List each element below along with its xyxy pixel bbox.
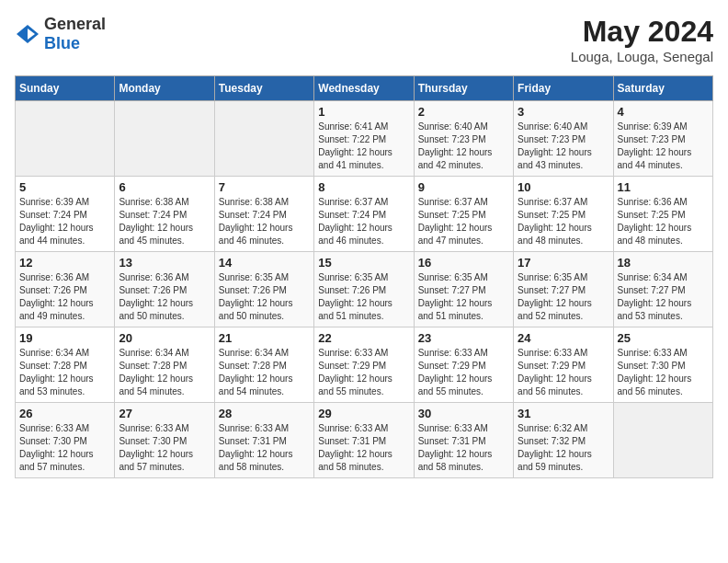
day-cell: 8Sunrise: 6:37 AM Sunset: 7:24 PM Daylig… <box>314 177 414 252</box>
day-info: Sunrise: 6:36 AM Sunset: 7:25 PM Dayligh… <box>618 196 709 247</box>
col-header-thursday: Thursday <box>414 76 513 101</box>
day-cell: 23Sunrise: 6:33 AM Sunset: 7:29 PM Dayli… <box>414 327 513 403</box>
day-number: 2 <box>418 105 509 119</box>
day-info: Sunrise: 6:33 AM Sunset: 7:31 PM Dayligh… <box>318 422 409 474</box>
day-info: Sunrise: 6:33 AM Sunset: 7:30 PM Dayligh… <box>19 422 110 474</box>
week-row-4: 19Sunrise: 6:34 AM Sunset: 7:28 PM Dayli… <box>16 327 713 403</box>
day-cell: 6Sunrise: 6:38 AM Sunset: 7:24 PM Daylig… <box>115 177 214 252</box>
week-row-3: 12Sunrise: 6:36 AM Sunset: 7:26 PM Dayli… <box>16 252 713 327</box>
day-cell: 20Sunrise: 6:34 AM Sunset: 7:28 PM Dayli… <box>115 327 214 403</box>
logo-blue: Blue <box>44 34 80 52</box>
day-info: Sunrise: 6:36 AM Sunset: 7:26 PM Dayligh… <box>19 271 110 323</box>
day-number: 7 <box>219 180 310 194</box>
day-number: 27 <box>119 407 210 420</box>
header-row: SundayMondayTuesdayWednesdayThursdayFrid… <box>16 76 713 101</box>
day-number: 9 <box>418 180 509 194</box>
day-number: 25 <box>618 331 709 345</box>
day-cell: 26Sunrise: 6:33 AM Sunset: 7:30 PM Dayli… <box>16 403 115 478</box>
day-number: 5 <box>19 180 110 194</box>
day-cell <box>115 101 214 177</box>
day-number: 19 <box>19 331 110 345</box>
day-info: Sunrise: 6:33 AM Sunset: 7:29 PM Dayligh… <box>418 347 509 398</box>
col-header-monday: Monday <box>115 76 214 101</box>
day-number: 22 <box>318 331 409 345</box>
day-cell: 17Sunrise: 6:35 AM Sunset: 7:27 PM Dayli… <box>514 252 613 327</box>
day-cell: 28Sunrise: 6:33 AM Sunset: 7:31 PM Dayli… <box>214 403 313 478</box>
day-cell: 29Sunrise: 6:33 AM Sunset: 7:31 PM Dayli… <box>314 403 414 478</box>
week-row-5: 26Sunrise: 6:33 AM Sunset: 7:30 PM Dayli… <box>16 403 713 478</box>
day-cell: 27Sunrise: 6:33 AM Sunset: 7:30 PM Dayli… <box>115 403 214 478</box>
day-info: Sunrise: 6:37 AM Sunset: 7:25 PM Dayligh… <box>518 196 609 247</box>
day-info: Sunrise: 6:33 AM Sunset: 7:30 PM Dayligh… <box>119 422 210 474</box>
day-cell <box>214 101 313 177</box>
day-info: Sunrise: 6:34 AM Sunset: 7:28 PM Dayligh… <box>119 347 210 398</box>
day-number: 26 <box>19 407 110 420</box>
day-cell: 5Sunrise: 6:39 AM Sunset: 7:24 PM Daylig… <box>16 177 115 252</box>
col-header-tuesday: Tuesday <box>214 76 313 101</box>
day-info: Sunrise: 6:39 AM Sunset: 7:24 PM Dayligh… <box>19 196 110 247</box>
day-number: 21 <box>219 331 310 345</box>
day-info: Sunrise: 6:39 AM Sunset: 7:23 PM Dayligh… <box>618 121 709 172</box>
day-cell: 25Sunrise: 6:33 AM Sunset: 7:30 PM Dayli… <box>613 327 712 403</box>
day-info: Sunrise: 6:32 AM Sunset: 7:32 PM Dayligh… <box>518 422 609 474</box>
logo: General Blue <box>15 15 106 53</box>
day-cell: 15Sunrise: 6:35 AM Sunset: 7:26 PM Dayli… <box>314 252 414 327</box>
day-number: 16 <box>418 256 509 270</box>
day-cell: 18Sunrise: 6:34 AM Sunset: 7:27 PM Dayli… <box>613 252 712 327</box>
day-info: Sunrise: 6:35 AM Sunset: 7:27 PM Dayligh… <box>418 271 509 323</box>
day-number: 4 <box>618 105 709 119</box>
month-title: May 2024 <box>571 15 713 49</box>
day-cell: 2Sunrise: 6:40 AM Sunset: 7:23 PM Daylig… <box>414 101 513 177</box>
day-info: Sunrise: 6:34 AM Sunset: 7:27 PM Dayligh… <box>618 271 709 323</box>
day-cell: 31Sunrise: 6:32 AM Sunset: 7:32 PM Dayli… <box>514 403 613 478</box>
day-cell: 24Sunrise: 6:33 AM Sunset: 7:29 PM Dayli… <box>514 327 613 403</box>
day-cell: 13Sunrise: 6:36 AM Sunset: 7:26 PM Dayli… <box>115 252 214 327</box>
day-cell: 10Sunrise: 6:37 AM Sunset: 7:25 PM Dayli… <box>514 177 613 252</box>
week-row-2: 5Sunrise: 6:39 AM Sunset: 7:24 PM Daylig… <box>16 177 713 252</box>
day-cell <box>16 101 115 177</box>
day-cell: 16Sunrise: 6:35 AM Sunset: 7:27 PM Dayli… <box>414 252 513 327</box>
day-number: 23 <box>418 331 509 345</box>
title-block: May 2024 Louga, Louga, Senegal <box>571 15 713 64</box>
day-number: 14 <box>219 256 310 270</box>
day-info: Sunrise: 6:41 AM Sunset: 7:22 PM Dayligh… <box>318 121 409 172</box>
day-number: 30 <box>418 407 509 420</box>
day-number: 12 <box>19 256 110 270</box>
day-number: 18 <box>618 256 709 270</box>
day-number: 28 <box>219 407 310 420</box>
day-info: Sunrise: 6:35 AM Sunset: 7:27 PM Dayligh… <box>518 271 609 323</box>
day-cell: 21Sunrise: 6:34 AM Sunset: 7:28 PM Dayli… <box>214 327 313 403</box>
day-info: Sunrise: 6:36 AM Sunset: 7:26 PM Dayligh… <box>119 271 210 323</box>
day-number: 3 <box>518 105 609 119</box>
day-cell: 1Sunrise: 6:41 AM Sunset: 7:22 PM Daylig… <box>314 101 414 177</box>
day-cell: 7Sunrise: 6:38 AM Sunset: 7:24 PM Daylig… <box>214 177 313 252</box>
day-info: Sunrise: 6:38 AM Sunset: 7:24 PM Dayligh… <box>119 196 210 247</box>
day-number: 8 <box>318 180 409 194</box>
day-info: Sunrise: 6:33 AM Sunset: 7:29 PM Dayligh… <box>518 347 609 398</box>
day-cell: 14Sunrise: 6:35 AM Sunset: 7:26 PM Dayli… <box>214 252 313 327</box>
col-header-saturday: Saturday <box>613 76 712 101</box>
day-cell: 3Sunrise: 6:40 AM Sunset: 7:23 PM Daylig… <box>514 101 613 177</box>
day-number: 17 <box>518 256 609 270</box>
day-info: Sunrise: 6:33 AM Sunset: 7:29 PM Dayligh… <box>318 347 409 398</box>
day-info: Sunrise: 6:33 AM Sunset: 7:31 PM Dayligh… <box>418 422 509 474</box>
day-cell: 12Sunrise: 6:36 AM Sunset: 7:26 PM Dayli… <box>16 252 115 327</box>
col-header-friday: Friday <box>514 76 613 101</box>
day-number: 29 <box>318 407 409 420</box>
day-cell <box>613 403 712 478</box>
day-number: 6 <box>119 180 210 194</box>
col-header-wednesday: Wednesday <box>314 76 414 101</box>
day-number: 24 <box>518 331 609 345</box>
day-info: Sunrise: 6:37 AM Sunset: 7:24 PM Dayligh… <box>318 196 409 247</box>
week-row-1: 1Sunrise: 6:41 AM Sunset: 7:22 PM Daylig… <box>16 101 713 177</box>
day-cell: 9Sunrise: 6:37 AM Sunset: 7:25 PM Daylig… <box>414 177 513 252</box>
day-number: 11 <box>618 180 709 194</box>
day-cell: 19Sunrise: 6:34 AM Sunset: 7:28 PM Dayli… <box>16 327 115 403</box>
day-cell: 22Sunrise: 6:33 AM Sunset: 7:29 PM Dayli… <box>314 327 414 403</box>
day-info: Sunrise: 6:33 AM Sunset: 7:31 PM Dayligh… <box>219 422 310 474</box>
logo-general: General <box>44 15 106 33</box>
logo-icon <box>15 21 40 47</box>
day-info: Sunrise: 6:33 AM Sunset: 7:30 PM Dayligh… <box>618 347 709 398</box>
page-header: General Blue May 2024 Louga, Louga, Sene… <box>15 15 713 64</box>
day-info: Sunrise: 6:40 AM Sunset: 7:23 PM Dayligh… <box>418 121 509 172</box>
